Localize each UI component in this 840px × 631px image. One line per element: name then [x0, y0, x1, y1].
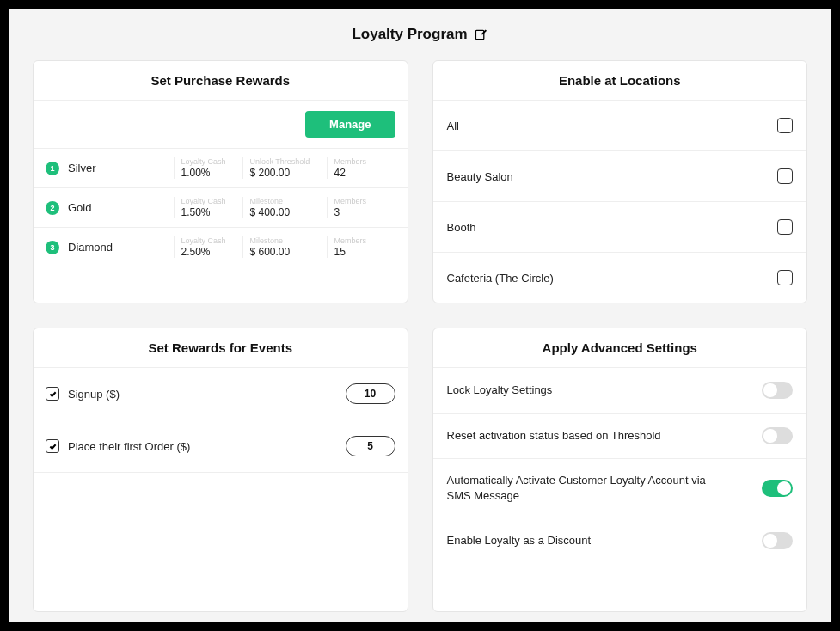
event-value-input[interactable] — [346, 383, 395, 404]
col-label: Members — [334, 236, 395, 245]
event-row: Signup ($) — [34, 368, 408, 420]
col-value: 1.00% — [181, 167, 242, 179]
location-checkbox[interactable] — [777, 270, 793, 285]
advanced-list: Lock Loyalty Settings Reset activation s… — [433, 368, 807, 563]
event-checkbox[interactable] — [46, 439, 59, 453]
event-checkbox[interactable] — [46, 387, 59, 401]
tier-col-cash: Loyalty Cash 1.00% — [174, 157, 242, 179]
event-label: Signup ($) — [68, 388, 337, 401]
location-row: Cafeteria (The Circle) — [433, 253, 807, 303]
rewards-title: Set Purchase Rewards — [34, 61, 408, 101]
location-checkbox[interactable] — [777, 118, 793, 133]
tier-name: Gold — [68, 201, 174, 214]
location-label: Cafeteria (The Circle) — [447, 272, 554, 285]
page: Loyalty Program Set Purchase Rewards Man… — [9, 9, 831, 622]
tier-row[interactable]: 1 Silver Loyalty Cash 1.00% Unlock Thres… — [34, 149, 408, 188]
event-label: Place their first Order ($) — [68, 440, 337, 453]
events-title: Set Rewards for Events — [34, 328, 408, 368]
event-value-input[interactable] — [346, 436, 395, 456]
col-label: Milestone — [250, 236, 327, 245]
svg-rect-0 — [475, 30, 483, 39]
col-value: 15 — [334, 246, 395, 258]
col-label: Loyalty Cash — [181, 236, 242, 245]
advanced-label: Automatically Activate Customer Loyalty … — [447, 473, 722, 504]
col-value: $ 600.00 — [250, 246, 327, 258]
location-checkbox[interactable] — [777, 168, 793, 184]
col-label: Loyalty Cash — [181, 157, 242, 166]
advanced-label: Lock Loyalty Settings — [447, 383, 553, 398]
locations-title: Enable at Locations — [433, 61, 807, 101]
reset-activation-toggle[interactable] — [762, 427, 793, 444]
tier-badge: 2 — [46, 201, 59, 215]
tier-badge: 3 — [46, 241, 59, 254]
loyalty-discount-toggle[interactable] — [762, 532, 793, 549]
col-value: $ 200.00 — [250, 167, 327, 179]
tier-col-members: Members 15 — [327, 236, 395, 258]
event-row: Place their first Order ($) — [34, 420, 408, 473]
tier-col-members: Members 42 — [327, 157, 395, 179]
col-value: 3 — [334, 206, 395, 218]
events-list: Signup ($) Place their first Order ($) — [34, 368, 408, 473]
col-label: Loyalty Cash — [181, 197, 242, 205]
edit-icon[interactable] — [475, 28, 488, 41]
col-value: $ 400.00 — [250, 206, 327, 218]
page-header: Loyalty Program — [9, 9, 831, 60]
advanced-row: Enable Loyalty as a Discount — [433, 518, 807, 563]
advanced-card: Apply Advanced Settings Lock Loyalty Set… — [432, 328, 808, 612]
col-label: Members — [334, 157, 395, 166]
content-grid: Set Purchase Rewards Manage 1 Silver Loy… — [9, 60, 831, 622]
tier-badge: 1 — [46, 162, 59, 175]
col-value: 2.50% — [181, 246, 242, 258]
tier-col-members: Members 3 — [327, 197, 395, 218]
location-row: Beauty Salon — [433, 151, 807, 202]
col-label: Unlock Threshold — [250, 157, 327, 166]
advanced-row: Lock Loyalty Settings — [433, 368, 807, 414]
advanced-row: Automatically Activate Customer Loyalty … — [433, 459, 807, 518]
tier-col-milestone: Milestone $ 400.00 — [242, 197, 327, 218]
advanced-title: Apply Advanced Settings — [433, 328, 807, 368]
events-card: Set Rewards for Events Signup ($) Place … — [33, 328, 408, 612]
rewards-card: Set Purchase Rewards Manage 1 Silver Loy… — [33, 60, 408, 303]
advanced-label: Reset activation status based on Thresho… — [447, 428, 661, 444]
tier-row[interactable]: 2 Gold Loyalty Cash 1.50% Milestone $ 40… — [34, 188, 408, 228]
manage-row: Manage — [34, 101, 408, 149]
location-row: All — [433, 101, 807, 151]
col-value: 1.50% — [181, 206, 242, 218]
location-checkbox[interactable] — [777, 219, 793, 235]
tier-row[interactable]: 3 Diamond Loyalty Cash 2.50% Milestone $… — [34, 228, 408, 266]
locations-list: All Beauty Salon Booth Cafeteria (The Ci… — [433, 101, 807, 303]
auto-activate-sms-toggle[interactable] — [762, 480, 793, 497]
page-title: Loyalty Program — [352, 26, 467, 43]
check-icon — [49, 443, 57, 450]
col-label: Members — [334, 197, 395, 205]
tier-col-cash: Loyalty Cash 2.50% — [174, 236, 242, 258]
col-label: Milestone — [250, 197, 327, 205]
tier-list: 1 Silver Loyalty Cash 1.00% Unlock Thres… — [34, 149, 408, 266]
manage-button[interactable]: Manage — [305, 111, 395, 138]
col-value: 42 — [334, 167, 395, 179]
tier-name: Diamond — [68, 241, 174, 254]
tier-name: Silver — [68, 162, 174, 175]
locations-card: Enable at Locations All Beauty Salon Boo… — [432, 60, 808, 303]
location-label: Booth — [447, 221, 476, 234]
check-icon — [49, 390, 57, 398]
lock-settings-toggle[interactable] — [762, 382, 793, 399]
location-label: All — [447, 119, 459, 132]
advanced-label: Enable Loyalty as a Discount — [447, 533, 592, 548]
tier-col-milestone: Milestone $ 600.00 — [242, 236, 327, 258]
location-label: Beauty Salon — [447, 170, 513, 183]
advanced-row: Reset activation status based on Thresho… — [433, 414, 807, 459]
tier-col-cash: Loyalty Cash 1.50% — [174, 197, 242, 218]
tier-col-milestone: Unlock Threshold $ 200.00 — [242, 157, 327, 179]
location-row: Booth — [433, 202, 807, 253]
